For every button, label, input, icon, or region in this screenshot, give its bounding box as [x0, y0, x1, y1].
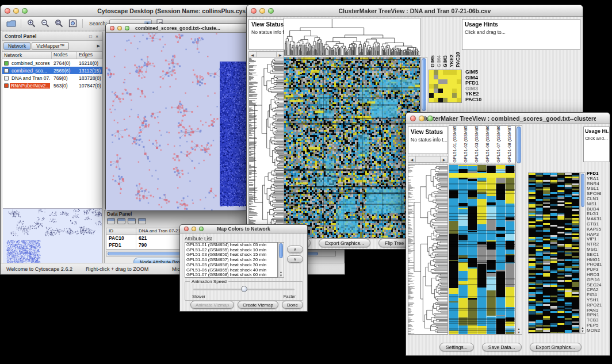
create-vizmap-button[interactable]: Create Vizmap: [238, 301, 278, 309]
gene-label[interactable]: PAC10: [465, 97, 494, 103]
network-view-titlebar[interactable]: combined_scores_good.txt--cluste...: [106, 24, 250, 33]
heatmap-panel[interactable]: [284, 57, 420, 239]
panel-dock-icon[interactable]: [107, 218, 115, 224]
zoom-button[interactable]: [268, 8, 274, 14]
column-label[interactable]: GPL51-02 (GSM855...: [460, 125, 471, 163]
tab-overflow-icon[interactable]: ▶: [97, 44, 101, 48]
close-button[interactable]: [110, 26, 114, 30]
zoom-button[interactable]: [125, 26, 129, 30]
heatmap-canvas[interactable]: [284, 58, 420, 238]
speed-slider[interactable]: [193, 289, 294, 290]
network-list-item[interactable]: combined_scores 2764(0) 16218(0): [2, 59, 102, 67]
network-overview[interactable]: [3, 208, 102, 266]
panel-hide-icon[interactable]: [128, 218, 136, 224]
settings-button[interactable]: Settings...: [439, 343, 474, 351]
minimize-button[interactable]: [117, 26, 122, 30]
usage-hints-title: Usage Hi...: [585, 128, 608, 134]
dendrogram-h-scrollbar[interactable]: ◀ ▶: [408, 156, 448, 163]
heatmap-panel[interactable]: [449, 164, 515, 335]
network-list-item[interactable]: DNA and Tran 07... 769(0) 183728(0): [2, 74, 102, 82]
close-button[interactable]: [184, 227, 189, 231]
gene-label[interactable]: MON2: [587, 328, 611, 334]
heatmap-canvas[interactable]: [449, 165, 515, 334]
done-button[interactable]: Done: [282, 301, 303, 309]
move-up-button[interactable]: ∧: [287, 246, 303, 253]
row-dendrogram-panel[interactable]: [248, 57, 284, 239]
correlation-matrix-canvas[interactable]: [429, 70, 461, 102]
tab-vizmapper[interactable]: VizMapper™: [32, 42, 69, 50]
view-status-box: View Status No status info f...: [248, 19, 284, 50]
close-panel-icon[interactable]: ×: [94, 34, 100, 39]
scrollbar-arrows-icon[interactable]: ▲▼: [516, 327, 522, 334]
export-graphics-button[interactable]: Export Graphics...: [319, 239, 370, 247]
network-list-item-selected[interactable]: combined_sco... 2569(6) 13112(15): [2, 67, 102, 74]
minimize-button[interactable]: [192, 227, 196, 231]
treeview2-titlebar[interactable]: ClusterMaker TreeView : combined_scores_…: [406, 113, 610, 124]
column-label[interactable]: YKE2: [449, 55, 454, 67]
dialog-titlebar[interactable]: Map Colors to Network: [180, 225, 307, 233]
genelist-vertical-scrollbar[interactable]: ▲▼: [580, 173, 586, 334]
col-network[interactable]: Network: [2, 52, 52, 59]
column-label[interactable]: GPL51-03 (GSM856...: [471, 125, 482, 163]
row-dendrogram-canvas[interactable]: [408, 165, 447, 334]
correlation-matrix-panel[interactable]: [429, 70, 462, 103]
column-label[interactable]: GPL51-01 (GSM854...: [449, 125, 460, 163]
zoom-button[interactable]: [427, 116, 433, 121]
row-dendrogram-panel[interactable]: [408, 164, 448, 335]
close-button[interactable]: [251, 8, 257, 14]
zoom-fit-button[interactable]: [67, 18, 78, 29]
column-dendrogram-canvas[interactable]: [284, 18, 420, 55]
scroll-right-icon[interactable]: ▶: [277, 53, 284, 57]
attribute-list[interactable]: GPL51-01 (GSM854) heat shock 05 minGPL51…: [185, 242, 278, 278]
minimize-button[interactable]: [259, 8, 265, 14]
animate-vizmap-button[interactable]: Animate Vizmap: [190, 301, 234, 309]
column-label[interactable]: GIM5: [430, 55, 435, 67]
column-label[interactable]: PAC10: [455, 52, 461, 67]
scroll-left-icon[interactable]: ◀: [408, 158, 415, 162]
move-down-button[interactable]: ∨: [287, 255, 303, 263]
zoom-selected-button[interactable]: [53, 18, 64, 29]
close-button[interactable]: [5, 8, 10, 14]
view-status-box: View Status No status info t...: [408, 127, 448, 154]
attribute-list-scrollbar[interactable]: ▲▼: [278, 242, 284, 278]
speed-slider-thumb[interactable]: [241, 286, 247, 292]
treeview1-titlebar[interactable]: ClusterMaker TreeView : DNA and Tran 07-…: [247, 5, 583, 17]
network-list-item[interactable]: RNAPuberNov2... 563(0) 107847(0): [2, 82, 102, 89]
search-label: Search:: [89, 21, 107, 26]
secondary-heatmap-panel[interactable]: [528, 173, 580, 334]
export-graphics-button[interactable]: Export Graphics...: [530, 343, 582, 351]
attribute-list-item[interactable]: GPL51-07 (GSM868) heat shock 60 min: [185, 273, 277, 278]
col-nodes[interactable]: Nodes: [52, 52, 77, 59]
row-dendrogram-canvas[interactable]: [249, 58, 284, 238]
minimize-button[interactable]: [13, 8, 19, 14]
heatmap-vertical-scrollbar[interactable]: ▲▼: [515, 125, 522, 335]
network-canvas[interactable]: [106, 33, 250, 210]
column-label[interactable]: GPL51-06 (GSM865...: [482, 125, 493, 163]
zoom-button[interactable]: [199, 227, 204, 231]
column-label[interactable]: GPL51-07 (GSM868...: [493, 125, 504, 163]
scrollbar-arrows-icon[interactable]: ▲▼: [278, 270, 284, 277]
zoom-in-button[interactable]: [25, 18, 37, 29]
col-edges[interactable]: Edges: [77, 52, 102, 59]
column-label[interactable]: GPL51-08 (GSM872...: [504, 125, 515, 163]
float-panel-icon[interactable]: □: [87, 34, 94, 39]
table-view-icon[interactable]: [138, 218, 146, 224]
tab-network[interactable]: Network: [3, 42, 30, 50]
column-dendrogram-panel[interactable]: [284, 18, 420, 56]
panel-float-icon[interactable]: [117, 218, 125, 224]
attribute-list-label: Attribute List: [185, 236, 212, 242]
secondary-heatmap-canvas[interactable]: [529, 173, 579, 333]
column-label[interactable]: GIM4: [436, 55, 442, 67]
scroll-right-icon[interactable]: ▶: [441, 158, 447, 162]
usage-hints-text: Click and drag to...: [465, 29, 577, 35]
save-data-button[interactable]: Save Data...: [482, 343, 522, 351]
zoom-out-button[interactable]: [39, 18, 51, 29]
open-session-button[interactable]: [5, 18, 17, 29]
scroll-left-icon[interactable]: ◀: [249, 53, 256, 57]
close-button[interactable]: [410, 116, 416, 121]
minimize-button[interactable]: [419, 116, 424, 121]
column-label[interactable]: GIM3: [442, 55, 448, 67]
scrollbar-arrows-icon[interactable]: ▲▼: [580, 326, 585, 333]
network-overview-canvas[interactable]: [3, 209, 102, 265]
zoom-button[interactable]: [22, 8, 28, 14]
